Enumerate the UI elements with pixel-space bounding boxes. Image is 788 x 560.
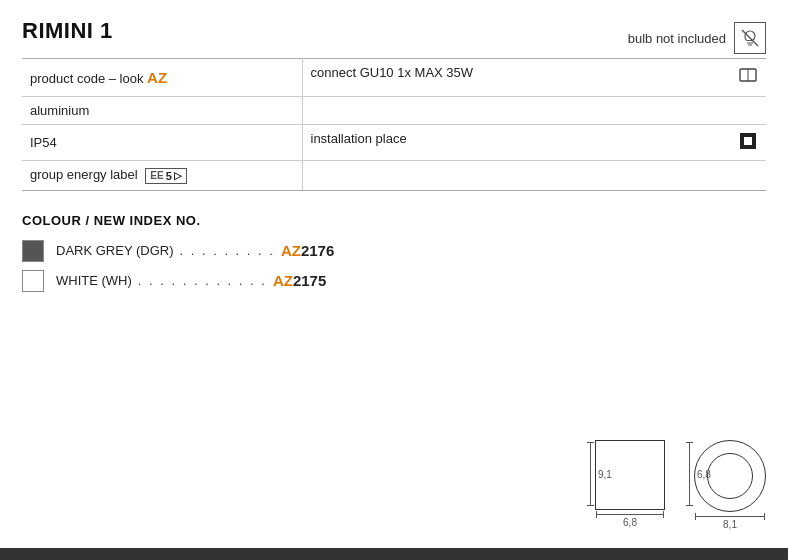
- circle-height-label: 6,8: [697, 469, 711, 480]
- colour-code-darkgrey: AZ2176: [281, 242, 334, 259]
- energy-ee: EE: [150, 170, 163, 181]
- colours-title: COLOUR / NEW INDEX NO.: [22, 213, 766, 228]
- colour-az-darkgrey: AZ: [281, 242, 301, 259]
- page-container: RIMINI 1 bulb not included product code …: [0, 0, 788, 560]
- energy-label-text: group energy label: [30, 167, 138, 182]
- spec-row-energy: group energy label EE 5 ▷: [22, 161, 766, 191]
- bulb-notice: bulb not included: [628, 22, 766, 54]
- colour-name-darkgrey: DARK GREY (DGR): [56, 243, 174, 258]
- energy-num: 5: [166, 170, 172, 182]
- spec-ip-left: IP54: [22, 125, 302, 161]
- circle-shape-col: 8,1: [694, 440, 766, 530]
- specs-table: product code – look AZ connect GU10 1x M…: [22, 58, 766, 191]
- colour-row-darkgrey: DARK GREY (DGR) . . . . . . . . . AZ2176: [22, 240, 766, 262]
- installation-icon: [738, 131, 758, 154]
- spec-code-az: AZ: [147, 69, 167, 86]
- connector-icon: [738, 65, 758, 90]
- square-shape-col: 6,8: [595, 440, 665, 528]
- bottom-bar: [0, 548, 788, 560]
- circle-h-line: [695, 516, 765, 517]
- connect-label: connect GU10 1x MAX 35W: [311, 65, 474, 80]
- spec-code-left: product code – look AZ: [22, 59, 302, 97]
- circle-inner-shape: [707, 453, 753, 499]
- square-diagram: 9,1 6,8: [590, 440, 665, 528]
- energy-badge: EE 5 ▷: [145, 168, 186, 184]
- colour-name-white: WHITE (WH): [56, 273, 132, 288]
- bulb-notice-text: bulb not included: [628, 31, 726, 46]
- colour-num-darkgrey: 2176: [301, 242, 334, 259]
- colour-dots-white: . . . . . . . . . . . .: [138, 273, 267, 288]
- svg-rect-4: [744, 137, 752, 145]
- spec-energy-right: [302, 161, 766, 191]
- colour-az-white: AZ: [273, 272, 293, 289]
- spec-code-right: connect GU10 1x MAX 35W: [302, 59, 766, 97]
- colour-swatch-darkgrey: [22, 240, 44, 262]
- energy-arrow: ▷: [174, 170, 182, 181]
- circle-v-line: [689, 442, 690, 506]
- colours-section: COLOUR / NEW INDEX NO. DARK GREY (DGR) .…: [22, 213, 766, 292]
- spec-energy-left: group energy label EE 5 ▷: [22, 161, 302, 191]
- spec-aluminium-left: aluminium: [22, 97, 302, 125]
- circle-diagram: 6,8 8,1: [689, 440, 766, 530]
- colour-swatch-white: [22, 270, 44, 292]
- spec-row-aluminium: aluminium: [22, 97, 766, 125]
- colour-num-white: 2175: [293, 272, 326, 289]
- colour-dots-darkgrey: . . . . . . . . .: [180, 243, 275, 258]
- spec-code-label: product code – look: [30, 71, 143, 86]
- spec-row-code: product code – look AZ connect GU10 1x M…: [22, 59, 766, 97]
- colour-row-white: WHITE (WH) . . . . . . . . . . . . AZ217…: [22, 270, 766, 292]
- square-v-measure: 9,1: [590, 440, 591, 508]
- spec-ip-right: installation place: [302, 125, 766, 161]
- diagrams-container: 9,1 6,8 6,8 8,1: [590, 440, 766, 530]
- circle-v-measure: 6,8: [689, 440, 690, 508]
- square-width-label: 6,8: [623, 517, 637, 528]
- square-height-label: 9,1: [598, 469, 612, 480]
- colour-code-white: AZ2175: [273, 272, 326, 289]
- spec-aluminium-right: [302, 97, 766, 125]
- square-h-line: [596, 514, 664, 515]
- spec-row-ip: IP54 installation place: [22, 125, 766, 161]
- square-v-line: [590, 442, 591, 506]
- install-label: installation place: [311, 131, 407, 146]
- bulb-not-included-icon: [734, 22, 766, 54]
- circle-width-label: 8,1: [723, 519, 737, 530]
